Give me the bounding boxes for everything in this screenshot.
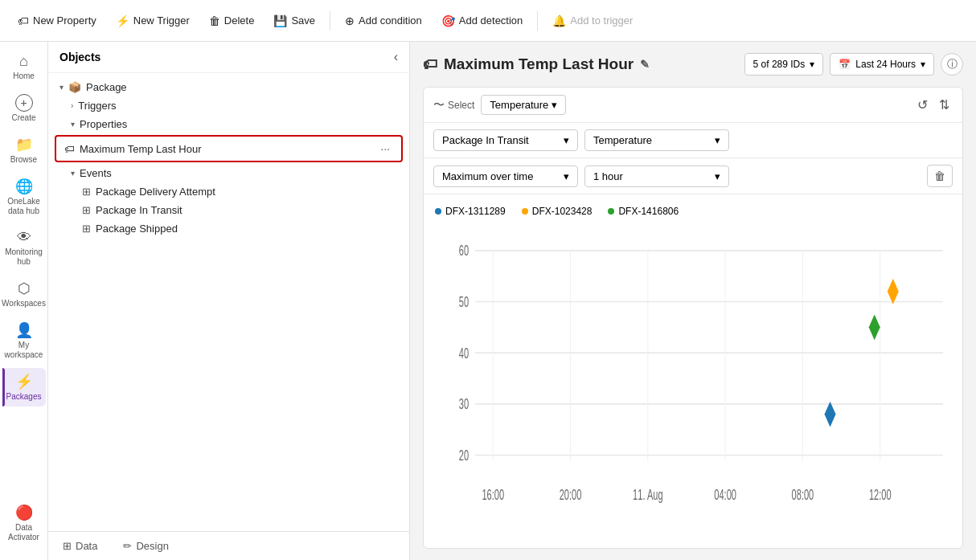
tree-item-pkg-delivery[interactable]: ⊞ Package Delivery Attempt xyxy=(48,182,409,201)
event-grid-icon: ⊞ xyxy=(82,186,91,198)
onelake-icon: 🌐 xyxy=(15,178,33,195)
chevron-down-icon: ▾ xyxy=(59,83,64,92)
svg-text:50: 50 xyxy=(459,294,469,309)
temperature-filter-dropdown[interactable]: Temperature ▾ xyxy=(584,129,729,151)
toolbar: 🏷 New Property ⚡ New Trigger 🗑 Delete 💾 … xyxy=(0,0,976,42)
tree-area: ▾ 📦 Package › Triggers ▾ Properties 🏷 Ma… xyxy=(48,73,409,531)
delete-button[interactable]: 🗑 Delete xyxy=(201,10,263,31)
sidebar-icons: ⌂ Home + Create 📁 Browse 🌐 OneLake data … xyxy=(0,42,48,560)
chevron-down-icon-3: ▾ xyxy=(71,169,75,178)
save-button[interactable]: 💾 Save xyxy=(265,10,323,31)
legend-dfx3: DFX-1416806 xyxy=(608,206,679,217)
property-title-icon: 🏷 xyxy=(423,56,437,73)
legend-dfx1: DFX-1311289 xyxy=(435,206,506,217)
data-activator-icon: 🔴 xyxy=(15,504,33,521)
delete-filter-button[interactable]: 🗑 xyxy=(927,165,953,187)
home-icon: ⌂ xyxy=(19,53,28,70)
wave-icon: 〜 xyxy=(433,98,445,112)
more-options-icon[interactable]: ··· xyxy=(377,141,393,157)
sidebar-item-onelake[interactable]: 🌐 OneLake data hub xyxy=(2,173,46,221)
info-button[interactable]: ⓘ xyxy=(941,53,963,76)
chevron-down-icon-filter2: ▾ xyxy=(715,134,720,146)
add-to-trigger-button[interactable]: 🔔 Add to trigger xyxy=(544,10,641,31)
svg-text:60: 60 xyxy=(459,243,469,259)
objects-bottom-tabs: ⊞ Data ✏ Design xyxy=(48,531,409,560)
design-pencil-icon: ✏ xyxy=(123,540,132,552)
filter-row-1: Package In Transit ▾ Temperature ▾ xyxy=(424,123,962,158)
tree-item-properties[interactable]: ▾ Properties xyxy=(48,115,409,133)
svg-marker-23 xyxy=(888,279,899,305)
property-tag-icon: 🏷 xyxy=(64,143,75,155)
tree-item-triggers[interactable]: › Triggers xyxy=(48,96,409,115)
tab-data[interactable]: ⊞ Data xyxy=(56,537,104,555)
sidebar-item-workspaces[interactable]: ⬡ Workspaces xyxy=(2,275,46,313)
monitoring-icon: 👁 xyxy=(17,229,31,246)
svg-text:04:00: 04:00 xyxy=(714,488,736,503)
select-bar: 〜 Select Temperature ▾ ↺ ⇅ xyxy=(424,88,962,123)
adjust-button[interactable]: ⇅ xyxy=(936,94,953,116)
sidebar-item-home[interactable]: ⌂ Home xyxy=(2,48,46,86)
filter-row-2: Maximum over time ▾ 1 hour ▾ 🗑 xyxy=(424,158,962,194)
create-icon: + xyxy=(15,94,33,112)
sidebar-item-browse[interactable]: 📁 Browse xyxy=(2,131,46,170)
content-header: 🏷 Maximum Temp Last Hour ✎ 5 of 289 IDs … xyxy=(423,53,963,76)
sidebar-item-my-workspace[interactable]: 👤 My workspace xyxy=(2,317,46,365)
package-icon: 📦 xyxy=(68,81,81,93)
time-dropdown[interactable]: 📅 Last 24 Hours ▾ xyxy=(830,53,934,76)
workspaces-icon: ⬡ xyxy=(18,280,31,297)
tree-item-package[interactable]: ▾ 📦 Package xyxy=(48,78,409,96)
maximum-over-time-dropdown[interactable]: Maximum over time ▾ xyxy=(433,166,578,187)
objects-header: Objects ‹ xyxy=(48,42,409,73)
tag-icon: 🏷 xyxy=(18,14,29,27)
chart-container: 60 50 40 30 20 16:00 20:00 11. Aug 04:00… xyxy=(435,225,951,532)
edit-title-icon[interactable]: ✎ xyxy=(640,58,650,71)
main-layout: ⌂ Home + Create 📁 Browse 🌐 OneLake data … xyxy=(0,42,976,560)
sidebar-item-data-activator[interactable]: 🔴 Data Activator xyxy=(2,499,46,547)
one-hour-dropdown[interactable]: 1 hour ▾ xyxy=(584,166,729,187)
tree-item-events[interactable]: ▾ Events xyxy=(48,164,409,182)
sidebar-item-monitoring[interactable]: 👁 Monitoring hub xyxy=(2,224,46,272)
chevron-down-icon-filter1: ▾ xyxy=(564,134,569,146)
collapse-panel-button[interactable]: ‹ xyxy=(394,50,398,64)
svg-marker-24 xyxy=(869,314,880,340)
chart-svg: 60 50 40 30 20 16:00 20:00 11. Aug 04:00… xyxy=(435,225,951,532)
calendar-icon: 📅 xyxy=(839,59,851,70)
svg-text:16:00: 16:00 xyxy=(482,488,504,503)
new-property-button[interactable]: 🏷 New Property xyxy=(10,10,105,31)
tree-item-pkg-transit[interactable]: ⊞ Package In Transit xyxy=(48,201,409,219)
temperature-dropdown[interactable]: Temperature ▾ xyxy=(481,95,566,115)
svg-marker-22 xyxy=(825,402,836,427)
svg-text:20:00: 20:00 xyxy=(560,488,582,503)
tree-item-pkg-shipped[interactable]: ⊞ Package Shipped xyxy=(48,219,409,238)
new-trigger-button[interactable]: ⚡ New Trigger xyxy=(108,10,198,31)
svg-text:12:00: 12:00 xyxy=(869,488,892,503)
header-controls: 5 of 289 IDs ▾ 📅 Last 24 Hours ▾ ⓘ xyxy=(744,53,963,76)
event-grid-icon-3: ⊞ xyxy=(82,223,91,235)
select-bar-actions: ↺ ⇅ xyxy=(914,94,953,116)
legend-dot-dfx3 xyxy=(608,208,614,215)
chevron-down-icon-time: ▾ xyxy=(921,59,925,70)
package-in-transit-dropdown[interactable]: Package In Transit ▾ xyxy=(433,129,578,151)
wave-label: 〜 Select xyxy=(433,98,474,112)
toolbar-divider xyxy=(330,11,330,31)
svg-text:30: 30 xyxy=(459,397,469,412)
tree-item-max-temp[interactable]: 🏷 Maximum Temp Last Hour ··· xyxy=(55,135,403,162)
sidebar-item-packages[interactable]: ⚡ Packages xyxy=(2,368,46,407)
tab-design[interactable]: ✏ Design xyxy=(117,537,174,555)
svg-text:40: 40 xyxy=(459,345,469,361)
add-detection-button[interactable]: 🎯 Add detection xyxy=(433,10,531,31)
ids-dropdown[interactable]: 5 of 289 IDs ▾ xyxy=(744,53,824,76)
chevron-right-icon: › xyxy=(71,101,73,110)
chevron-down-icon-filter3: ▾ xyxy=(564,170,569,182)
chart-area: DFX-1311289 DFX-1023428 DFX-1416806 xyxy=(424,194,962,548)
event-grid-icon-2: ⊞ xyxy=(82,204,91,216)
add-condition-button[interactable]: ⊕ Add condition xyxy=(337,10,430,31)
sidebar-item-create[interactable]: + Create xyxy=(2,89,46,128)
undo-button[interactable]: ↺ xyxy=(914,94,931,116)
lightning-icon: ⚡ xyxy=(116,14,129,27)
chevron-down-icon-temp: ▾ xyxy=(552,99,557,111)
data-grid-icon: ⊞ xyxy=(63,540,72,552)
legend-dot-dfx2 xyxy=(522,208,528,215)
packages-icon: ⚡ xyxy=(15,373,33,390)
svg-text:20: 20 xyxy=(459,448,469,463)
